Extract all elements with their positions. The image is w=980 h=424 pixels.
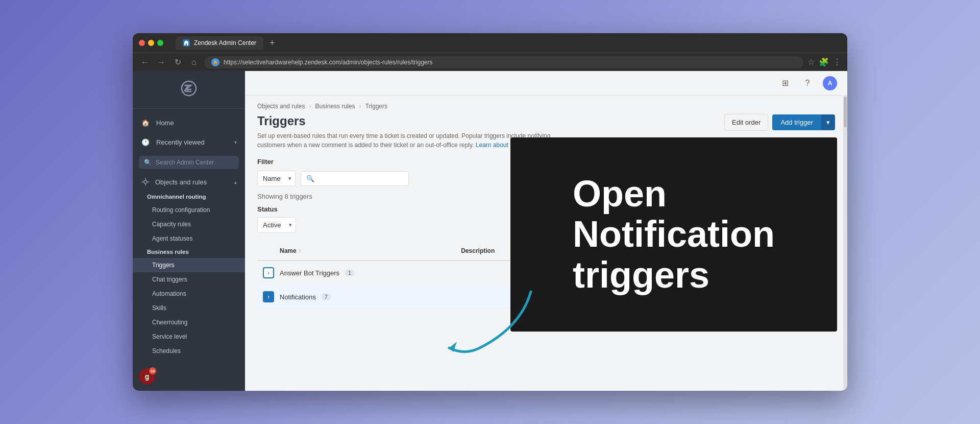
name-select[interactable]: Name: [257, 171, 296, 186]
breadcrumb-business-rules[interactable]: Business rules: [315, 103, 355, 110]
minimize-button[interactable]: [148, 40, 154, 46]
sidebar-item-service-level[interactable]: Service level: [133, 329, 245, 344]
search-box-icon: 🔍: [306, 175, 314, 182]
sidebar-item-triggers[interactable]: Triggers: [133, 258, 245, 272]
back-button[interactable]: ←: [139, 56, 151, 68]
business-rules-header: Business rules: [133, 246, 245, 258]
sidebar-nav: 🏠 Home 🕐 Recently viewed ▾ 🔍: [133, 109, 245, 362]
nav-bar: ← → ↻ ⌂ 🔒 https://selectivehardwarehelp.…: [133, 53, 847, 71]
bookmark-icon[interactable]: ☆: [807, 57, 815, 67]
reload-button[interactable]: ↻: [172, 56, 184, 68]
sidebar-item-cheerrouting[interactable]: Cheerrouting: [133, 315, 245, 329]
extensions-icon[interactable]: 🧩: [819, 57, 829, 67]
answer-bot-badge: 1: [345, 269, 355, 276]
grid-icon[interactable]: ⊞: [778, 76, 792, 90]
recently-viewed-label: Recently viewed: [156, 138, 205, 146]
page-title-area: Triggers Set up event-based rules that r…: [257, 114, 553, 150]
avatar-container[interactable]: g 16: [139, 368, 155, 385]
clock-icon: 🕐: [141, 137, 150, 147]
sidebar-item-recently-viewed[interactable]: 🕐 Recently viewed ▾: [133, 132, 245, 152]
active-tab[interactable]: Zendesk Admin Center: [176, 36, 263, 50]
browser-window: Zendesk Admin Center + ← → ↻ ⌂ 🔒 https:/…: [133, 33, 847, 391]
overlay-annotation: OpenNotificationtriggers: [510, 137, 837, 332]
content-scrollbar[interactable]: [843, 96, 847, 391]
help-icon[interactable]: ?: [800, 76, 815, 90]
search-icon: 🔍: [144, 159, 152, 166]
sidebar-item-capacity-rules[interactable]: Capacity rules: [133, 217, 245, 231]
address-bar[interactable]: 🔒 https://selectivehardwarehelp.zendesk.…: [204, 56, 803, 68]
content-area: ⊞ ? A Objects and rules › Business rules…: [245, 71, 847, 391]
search-field[interactable]: [317, 175, 403, 182]
objects-rules-subitems: Omnichannel routing Routing configuratio…: [133, 191, 245, 358]
tab-favicon: [183, 39, 190, 46]
title-bar: Zendesk Admin Center +: [133, 33, 847, 53]
home-icon: 🏠: [141, 118, 150, 127]
breadcrumb-sep-1: ›: [309, 103, 311, 110]
objects-rules-icon: [141, 177, 150, 186]
top-bar-avatar[interactable]: A: [823, 76, 837, 90]
sidebar-item-home[interactable]: 🏠 Home: [133, 113, 245, 132]
omnichannel-routing-header: Omnichannel routing: [133, 191, 245, 203]
status-select-wrapper: Active: [257, 217, 296, 233]
sidebar-item-routing-config[interactable]: Routing configuration: [133, 203, 245, 217]
sidebar-section-objects: Objects and rules ▴ Omnichannel routing …: [133, 173, 245, 358]
overlay-text: OpenNotificationtriggers: [557, 158, 790, 311]
url-text: https://selectivehardwarehelp.zendesk.co…: [224, 59, 433, 66]
status-select[interactable]: Active: [257, 217, 296, 233]
sidebar-item-skills[interactable]: Skills: [133, 301, 245, 315]
close-button[interactable]: [139, 40, 145, 46]
expand-answer-bot[interactable]: ›: [257, 267, 280, 278]
new-tab-button[interactable]: +: [265, 38, 279, 49]
maximize-button[interactable]: [157, 40, 163, 46]
recently-viewed-chevron: ▾: [234, 139, 237, 145]
notifications-badge: 7: [321, 293, 331, 300]
svg-point-1: [144, 180, 147, 183]
sidebar-item-objects-rules[interactable]: Objects and rules ▴: [133, 173, 245, 191]
page-actions: Edit order Add trigger ▾: [724, 114, 835, 131]
sidebar-bottom: g 16: [133, 362, 245, 391]
objects-rules-label: Objects and rules: [155, 178, 207, 186]
name-select-wrapper: Name: [257, 171, 296, 186]
nav-right: ☆ 🧩 ⋮: [807, 57, 841, 67]
zendesk-logo-area: Z: [133, 71, 245, 109]
svg-text:Z: Z: [184, 84, 189, 93]
expand-icon-notifications[interactable]: ›: [263, 291, 274, 302]
edit-order-button[interactable]: Edit order: [724, 114, 768, 131]
scrollbar-thumb: [844, 97, 847, 127]
sidebar-item-schedules[interactable]: Schedules: [133, 344, 245, 358]
breadcrumb-objects-rules[interactable]: Objects and rules: [257, 103, 305, 110]
breadcrumb: Objects and rules › Business rules › Tri…: [245, 96, 847, 110]
breadcrumb-triggers[interactable]: Triggers: [365, 103, 387, 110]
tab-bar: Zendesk Admin Center +: [176, 36, 279, 50]
sidebar-search-container: 🔍: [139, 156, 239, 169]
home-button[interactable]: ⌂: [188, 56, 200, 68]
search-box: 🔍: [301, 171, 409, 186]
zendesk-logo-icon: Z: [180, 79, 198, 100]
breadcrumb-sep-2: ›: [359, 103, 361, 110]
add-trigger-button[interactable]: Add trigger: [772, 114, 821, 130]
sort-icon: ↕: [299, 248, 301, 253]
menu-icon[interactable]: ⋮: [833, 57, 841, 67]
traffic-lights: [139, 40, 163, 46]
notifications-name: Notifications 7: [280, 293, 461, 301]
search-input[interactable]: [156, 159, 234, 166]
ssl-icon: 🔒: [211, 58, 219, 66]
notification-badge: 16: [149, 367, 156, 374]
page-title: Triggers: [257, 114, 553, 128]
col-name-header[interactable]: Name ↕: [280, 247, 461, 254]
add-trigger-group: Add trigger ▾: [772, 114, 835, 130]
tab-title: Zendesk Admin Center: [194, 39, 256, 46]
expand-icon-answer-bot[interactable]: ›: [263, 267, 274, 278]
answer-bot-name: Answer Bot Triggers 1: [280, 269, 461, 277]
expand-notifications[interactable]: ›: [257, 291, 280, 302]
objects-rules-chevron: ▴: [234, 179, 237, 185]
forward-button[interactable]: →: [155, 56, 167, 68]
sidebar-item-chat-triggers[interactable]: Chat triggers: [133, 272, 245, 287]
content-top-bar: ⊞ ? A: [245, 71, 847, 96]
add-trigger-dropdown-button[interactable]: ▾: [821, 114, 835, 130]
main-content: Z 🏠 Home 🕐 Recently viewed ▾: [133, 71, 847, 391]
sidebar-item-agent-statuses[interactable]: Agent statuses: [133, 231, 245, 246]
sidebar-item-automations[interactable]: Automations: [133, 287, 245, 301]
home-label: Home: [156, 119, 174, 127]
sidebar: Z 🏠 Home 🕐 Recently viewed ▾: [133, 71, 245, 391]
